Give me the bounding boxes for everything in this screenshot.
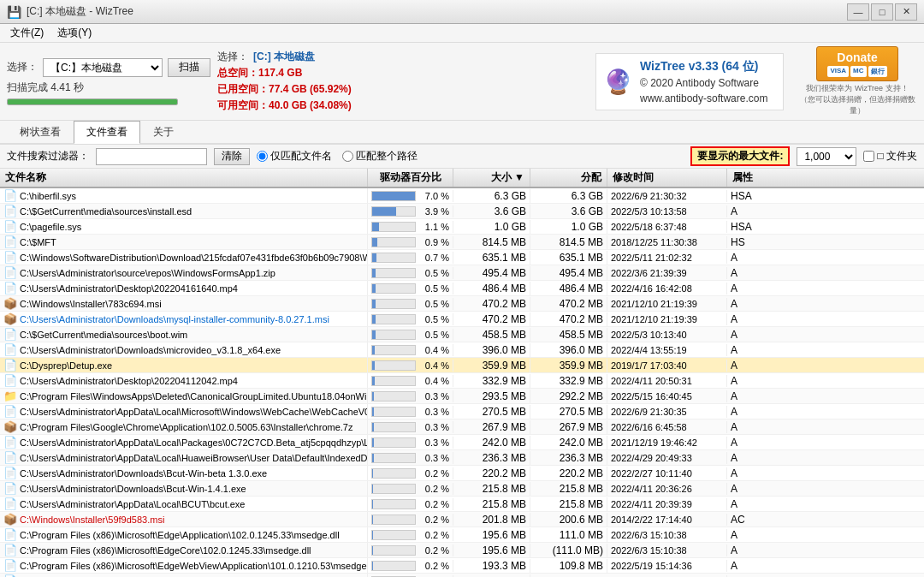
cell-attr: A — [727, 343, 779, 357]
window-controls: — □ ✕ — [847, 3, 917, 21]
table-row[interactable]: 📄 C:\Users\Administrator\AppData\Local\H… — [0, 450, 924, 466]
menu-file[interactable]: 文件(Z) — [3, 25, 50, 41]
tab-file-view[interactable]: 文件查看 — [74, 121, 140, 144]
table-row[interactable]: 📄 C:\Program Files (x86)\Microsoft\EdgeW… — [0, 558, 924, 574]
header-name[interactable]: 文件名称 — [0, 169, 368, 187]
table-row[interactable]: 📄 C:\$GetCurrent\media\sources\install.e… — [0, 204, 924, 219]
file-path: C:\$GetCurrent\media\sources\boot.wim — [20, 330, 187, 340]
cell-mtime: 2019/1/7 17:03:40 — [607, 360, 727, 372]
pct-bar-bg — [371, 484, 416, 494]
pct-bar-bg — [371, 222, 416, 232]
pct-bar-bg — [371, 360, 416, 371]
table-row[interactable]: 📄 C:\Users\Administrator\Downloads\micro… — [0, 342, 924, 358]
table-row[interactable]: 📄 C:\hiberfil.sys 7.0 % 6.3 GB 6.3 GB 20… — [0, 188, 924, 204]
cell-pct: 0.2 % — [368, 529, 453, 541]
table-row[interactable]: 📦 C:\Windows\Installer\59f9d583.msi 0.2 … — [0, 512, 924, 527]
file-icon: 📄 — [3, 359, 17, 372]
table-row[interactable]: 📦 C:\Program Files\Google\Chrome\Applica… — [0, 419, 924, 435]
cell-attr: A — [727, 528, 779, 542]
cell-file-name: 📄 C:\Users\Administrator\Downloads\Bcut-… — [0, 466, 368, 480]
cell-attr: A — [727, 282, 779, 295]
table-row[interactable]: 📄 C:\$MFT 0.9 % 814.5 MB 814.5 MB 2018/1… — [0, 235, 924, 250]
file-icon: 📄 — [3, 205, 17, 217]
table-row[interactable]: 📦 C:\Windows\Installer\783c694.msi 0.5 %… — [0, 296, 924, 312]
menu-options[interactable]: 选项(Y) — [50, 25, 98, 41]
header-attr[interactable]: 属性 — [727, 169, 779, 187]
folder-checkbox[interactable]: □ 文件夹 — [863, 149, 917, 164]
table-row[interactable]: 📄 C:\Dysprep\Detup.exe 0.4 % 359.9 MB 35… — [0, 358, 924, 373]
cell-file-name: 📄 C:\Users\Administrator\AppData\Local\B… — [0, 497, 368, 511]
radio-filename[interactable]: 仅匹配文件名 — [257, 149, 332, 164]
table-row[interactable]: 📄 C:\Program Files (x86)\Microsoft\Edge\… — [0, 527, 924, 543]
table-row[interactable]: 📄 C:\Users\Administrator\AppData\Local\B… — [0, 497, 924, 512]
header-mtime[interactable]: 修改时间 — [607, 169, 727, 187]
pct-value: 0.4 % — [418, 360, 449, 371]
close-button[interactable]: ✕ — [895, 3, 917, 21]
table-row[interactable]: 📄 C:\Users\Administrator\AppData\Local\M… — [0, 404, 924, 419]
tab-tree-view[interactable]: 树状查看 — [7, 121, 74, 144]
table-row[interactable]: 📁 C:\Program Files\WindowsApps\Deleted\C… — [0, 389, 924, 404]
free-space-row: 可用空间：40.0 GB (34.08%) — [217, 98, 388, 114]
file-icon: 📦 — [3, 420, 17, 433]
title-bar-left: 💾 [C:] 本地磁盘 - WizTree — [7, 4, 133, 19]
table-row[interactable]: 📦 C:\Users\Administrator\Downloads\mysql… — [0, 312, 924, 327]
table-header: 文件名称 驱动器百分比 大小 ▼ 分配 修改时间 属性 — [0, 169, 924, 188]
pct-bar-fill — [372, 469, 373, 478]
tab-about[interactable]: 关于 — [140, 121, 187, 144]
table-row[interactable]: 📄 C:\Users\Administrator\Downloads\Bcut-… — [0, 481, 924, 497]
pct-bar-fill — [372, 269, 376, 277]
clear-button[interactable]: 清除 — [214, 148, 250, 165]
table-row[interactable]: 📄 C:\Program Files (x86)\Microsoft\EdgeC… — [0, 543, 924, 558]
minimize-button[interactable]: — — [847, 3, 869, 21]
pct-bar-bg — [371, 191, 416, 201]
header-alloc[interactable]: 分配 — [530, 169, 607, 187]
table-row[interactable]: 📄 C:\Users\Administrator\AppData\Local\P… — [0, 435, 924, 450]
cell-size: 201.8 MB — [453, 513, 530, 526]
pct-bar-fill — [372, 300, 376, 308]
toolbar: 选择： 【C:】本地磁盘 扫描 扫描完成 4.41 秒 选择： [C:] 本地磁… — [0, 43, 924, 121]
pct-value: 0.2 % — [418, 484, 449, 494]
cell-mtime: 2022/3/6 21:39:39 — [607, 267, 727, 279]
max-files-select[interactable]: 1,000 500 2000 — [797, 147, 856, 166]
file-path: C:\Windows\Installer\59f9d583.msi — [20, 515, 164, 525]
file-table: 文件名称 驱动器百分比 大小 ▼ 分配 修改时间 属性 📄 C:\hiberfi… — [0, 169, 924, 577]
table-row[interactable]: 📄 C:\pagefile.sys 1.1 % 1.0 GB 1.0 GB 20… — [0, 219, 924, 235]
donate-label: Donate — [837, 51, 877, 64]
radio-fullpath[interactable]: 匹配整个路径 — [342, 149, 418, 164]
cell-size: 220.2 MB — [453, 467, 530, 480]
file-path: C:\Program Files (x86)\Microsoft\EdgeCor… — [20, 545, 311, 556]
cell-alloc: 200.6 MB — [530, 513, 607, 526]
pct-bar-bg — [371, 283, 416, 294]
header-pct[interactable]: 驱动器百分比 — [368, 169, 453, 187]
maximize-button[interactable]: □ — [871, 3, 893, 21]
cell-pct: 0.4 % — [368, 360, 453, 372]
filter-input[interactable] — [96, 148, 207, 165]
cell-size: 215.8 MB — [453, 482, 530, 496]
table-row[interactable]: 📄 C:\Users\Administrator\Desktop\2022041… — [0, 281, 924, 296]
table-row[interactable]: 📄 C:\Users\Administrator\Downloads\Bcut-… — [0, 466, 924, 481]
file-path: C:\Users\Administrator\Desktop\202204112… — [20, 376, 238, 386]
pct-bar-bg — [371, 268, 416, 278]
cell-size: 486.4 MB — [453, 282, 530, 295]
drive-select[interactable]: 【C:】本地磁盘 — [43, 58, 163, 77]
cell-mtime: 2022/4/4 13:55:19 — [607, 344, 727, 356]
donate-button[interactable]: Donate VISA MC 銀行 — [816, 46, 897, 81]
scan-button[interactable]: 扫描 — [168, 58, 210, 77]
cell-file-name: 📄 C:\Users\Administrator\source\repos\Wi… — [0, 265, 368, 280]
cell-pct: 7.0 % — [368, 190, 453, 202]
pct-bar-fill — [372, 438, 374, 447]
table-row[interactable]: 📄 C:\Windows\SoftwareDistribution\Downlo… — [0, 250, 924, 265]
table-row[interactable]: 📄 C:\$GetCurrent\media\sources\boot.wim … — [0, 327, 924, 342]
header-size[interactable]: 大小 ▼ — [453, 169, 530, 187]
cell-file-name: 📦 C:\Users\Administrator\Downloads\mysql… — [0, 312, 368, 326]
file-icon: 📄 — [3, 220, 17, 233]
cell-alloc: 814.5 MB — [530, 235, 607, 249]
cell-attr: A — [727, 297, 779, 311]
pct-bar-fill — [372, 377, 375, 385]
file-path: C:\Users\Administrator\Downloads\Bcut-Wi… — [20, 484, 246, 494]
table-row[interactable]: 📄 C:\Users\Administrator\Desktop\2022041… — [0, 373, 924, 389]
cell-size: 458.5 MB — [453, 328, 530, 342]
table-row[interactable]: 📄 C:\Program Files\Google\Chrome\Applica… — [0, 574, 924, 577]
file-icon: 📄 — [3, 544, 17, 556]
table-row[interactable]: 📄 C:\Users\Administrator\source\repos\Wi… — [0, 265, 924, 281]
